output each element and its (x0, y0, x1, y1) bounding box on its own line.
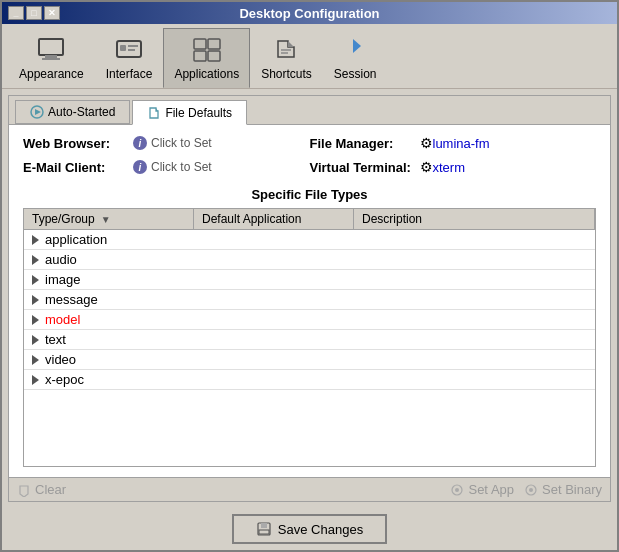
web-browser-value[interactable]: Click to Set (151, 136, 212, 150)
table-body: application audio image (24, 230, 595, 390)
gear-icon-fm: ⚙ (420, 135, 433, 151)
svg-rect-10 (208, 51, 220, 61)
svg-point-18 (455, 488, 459, 492)
interface-label: Interface (106, 67, 153, 81)
svg-rect-1 (45, 55, 57, 58)
minimize-button[interactable]: _ (8, 6, 24, 20)
table-row[interactable]: video (24, 350, 595, 370)
table-header: Type/Group ▼ Default Application Descrip… (24, 209, 595, 230)
footer: Save Changes (2, 508, 617, 550)
shortcuts-icon (270, 33, 302, 65)
header-desc: Description (354, 209, 595, 229)
appearance-label: Appearance (19, 67, 84, 81)
file-manager-value[interactable]: lumina-fm (433, 136, 490, 151)
file-types-table: Type/Group ▼ Default Application Descrip… (23, 208, 596, 467)
table-row[interactable]: image (24, 270, 595, 290)
set-binary-label: Set Binary (542, 482, 602, 497)
virtual-terminal-label: Virtual Terminal: (310, 160, 420, 175)
row-app (194, 278, 354, 282)
expand-icon (32, 315, 39, 325)
bottom-left: Clear (17, 482, 450, 497)
row-name: video (45, 352, 76, 367)
row-name: x-epoc (45, 372, 84, 387)
tab-auto-started[interactable]: Auto-Started (15, 100, 130, 124)
clear-button[interactable]: Clear (17, 482, 450, 497)
virtual-terminal-value[interactable]: xterm (433, 160, 466, 175)
sidebar-item-appearance[interactable]: Appearance (8, 28, 95, 88)
email-client-col: E-Mail Client: i Click to Set (23, 159, 310, 175)
svg-marker-15 (35, 109, 41, 115)
close-button[interactable]: ✕ (44, 6, 60, 20)
table-row[interactable]: text (24, 330, 595, 350)
content-area: Auto-Started File Defaults Web Browser: (2, 89, 617, 508)
expand-icon (32, 255, 39, 265)
sidebar-item-shortcuts[interactable]: Shortcuts (250, 28, 323, 88)
svg-rect-2 (42, 58, 60, 60)
table-row[interactable]: model (24, 310, 595, 330)
row-app (194, 238, 354, 242)
table-row[interactable]: x-epoc (24, 370, 595, 390)
interface-icon (113, 33, 145, 65)
clear-label: Clear (35, 482, 66, 497)
table-row[interactable]: message (24, 290, 595, 310)
tab-content: Web Browser: i Click to Set File Manager… (9, 125, 610, 477)
expand-icon (32, 295, 39, 305)
table-row[interactable]: application (24, 230, 595, 250)
sidebar-item-applications[interactable]: Applications (163, 28, 250, 88)
svg-marker-13 (353, 39, 361, 53)
browser-file-row: Web Browser: i Click to Set File Manager… (23, 135, 596, 151)
sidebar-item-session[interactable]: Session (323, 28, 388, 88)
row-app (194, 298, 354, 302)
info-icon-browser: i (133, 136, 147, 150)
row-name: image (45, 272, 80, 287)
file-manager-col: File Manager: ⚙ lumina-fm (310, 135, 597, 151)
titlebar: _ □ ✕ Desktop Configuration (2, 2, 617, 24)
svg-rect-7 (194, 39, 206, 49)
info-icon-email: i (133, 160, 147, 174)
header-app: Default Application (194, 209, 354, 229)
monitor-icon (35, 33, 67, 65)
set-binary-button[interactable]: Set Binary (524, 482, 602, 497)
window-title: Desktop Configuration (62, 6, 557, 21)
svg-point-20 (529, 488, 533, 492)
row-desc (354, 258, 595, 262)
row-name: message (45, 292, 98, 307)
expand-icon (32, 355, 39, 365)
sidebar-item-interface[interactable]: Interface (95, 28, 164, 88)
virtual-terminal-col: Virtual Terminal: ⚙ xterm (310, 159, 597, 175)
svg-rect-9 (194, 51, 206, 61)
row-app (194, 258, 354, 262)
row-desc (354, 238, 595, 242)
row-name: application (45, 232, 107, 247)
row-desc (354, 378, 595, 382)
email-client-value[interactable]: Click to Set (151, 160, 212, 174)
save-button[interactable]: Save Changes (232, 514, 387, 544)
applications-label: Applications (174, 67, 239, 81)
svg-rect-6 (128, 49, 135, 51)
bottom-right: Set App Set Binary (450, 482, 602, 497)
file-manager-label: File Manager: (310, 136, 420, 151)
tab-file-defaults[interactable]: File Defaults (132, 100, 247, 125)
maximize-button[interactable]: □ (26, 6, 42, 20)
svg-rect-8 (208, 39, 220, 49)
svg-rect-0 (39, 39, 63, 55)
save-label: Save Changes (278, 522, 363, 537)
row-app (194, 318, 354, 322)
main-window: _ □ ✕ Desktop Configuration Appearance (0, 0, 619, 552)
toolbar: Appearance Interface (2, 24, 617, 89)
expand-icon (32, 375, 39, 385)
tabs: Auto-Started File Defaults (9, 96, 610, 125)
expand-icon (32, 335, 39, 345)
svg-rect-5 (128, 45, 138, 47)
bottom-action-bar: Clear Set App (9, 477, 610, 501)
table-row[interactable]: audio (24, 250, 595, 270)
tab-file-defaults-label: File Defaults (165, 106, 232, 120)
row-name: model (45, 312, 80, 327)
row-desc (354, 278, 595, 282)
set-app-button[interactable]: Set App (450, 482, 514, 497)
header-type: Type/Group ▼ (24, 209, 194, 229)
row-app (194, 338, 354, 342)
session-icon (339, 33, 371, 65)
row-desc (354, 298, 595, 302)
tab-auto-started-label: Auto-Started (48, 105, 115, 119)
